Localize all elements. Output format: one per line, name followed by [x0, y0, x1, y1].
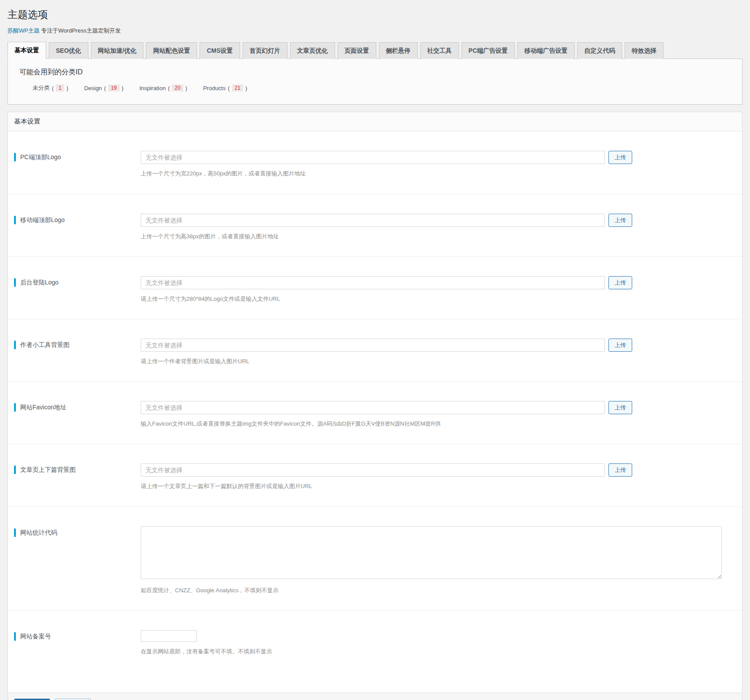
stats-code-textarea[interactable]	[141, 526, 722, 579]
upload-button[interactable]: 上传	[608, 214, 632, 227]
tab-pc-ads[interactable]: PC端广告设置	[462, 42, 515, 59]
field-hint: 上传一个尺寸为高38px的图片，或者直接输入图片地址	[141, 233, 736, 241]
paren: (	[104, 85, 106, 91]
upload-button[interactable]: 上传	[608, 151, 632, 164]
field-label: 后台登陆Logo	[14, 278, 58, 287]
field-hint: 上传一个尺寸为宽220px，高50px的图片，或者直接输入图片地址	[141, 170, 736, 178]
tab-basic-settings[interactable]: 基本设置	[7, 42, 46, 59]
category-item-design: Design ( 19 )	[84, 84, 124, 91]
row-stats-code: 网站统计代码 如百度统计、CNZZ、Google Analytics，不填则不显…	[8, 507, 742, 611]
field-hint: 输入Favicon文件URL,或者直接替换主题img文件夹中的Favicon文件…	[141, 420, 736, 428]
tab-color-scheme[interactable]: 网站配色设置	[146, 42, 197, 59]
paren: (	[52, 85, 54, 91]
panel-footer: 保存设置 恢复默认	[8, 693, 742, 700]
admin-login-logo-input[interactable]	[141, 276, 605, 289]
field-label: PC端顶部Logo	[14, 153, 61, 161]
paren: )	[122, 85, 124, 91]
tab-sidebar-hover[interactable]: 侧栏悬停	[379, 42, 418, 59]
category-name: Design	[84, 85, 102, 91]
paren: (	[168, 85, 170, 91]
page-title: 主题选项	[7, 4, 743, 23]
row-post-nav-bg: 文章页上下篇背景图 上传 请上传一个文章页上一篇和下一篇默认的背景图片或是输入图…	[8, 444, 742, 507]
field-hint: 请上传一个尺寸为280*84的Logo文件或是输入文件URL	[141, 295, 736, 303]
tab-bar: 基本设置 SEO优化 网站加速/优化 网站配色设置 CMS设置 首页幻灯片 文章…	[7, 42, 743, 59]
theme-author-link[interactable]: 苏醒WP主题	[7, 27, 40, 34]
author-widget-bg-input[interactable]	[141, 339, 605, 352]
tab-social-tools[interactable]: 社交工具	[420, 42, 459, 59]
panel-title: 基本设置	[8, 112, 742, 131]
paren: )	[245, 85, 247, 91]
icp-number-input[interactable]	[141, 630, 197, 642]
panel-body: PC端顶部Logo 上传 上传一个尺寸为宽220px，高50px的图片，或者直接…	[8, 131, 742, 693]
field-label: 网站Favicon地址	[14, 403, 66, 412]
category-name: 未分类	[33, 84, 50, 92]
category-count: 19	[108, 84, 119, 91]
category-list: 未分类 ( 1 ) Design ( 19 ) Inspiration ( 20…	[19, 84, 731, 92]
category-item-products: Products ( 21 )	[203, 84, 247, 91]
upload-button[interactable]: 上传	[608, 463, 632, 477]
row-favicon: 网站Favicon地址 上传 输入Favicon文件URL,或者直接替换主题im…	[8, 382, 742, 444]
category-item-uncategorized: 未分类 ( 1 )	[33, 84, 68, 92]
category-id-panel: 可能会用到的分类ID 未分类 ( 1 ) Design ( 19 ) Inspi…	[7, 59, 743, 105]
page-wrap: 主题选项 苏醒WP主题 专注于WordPress主题定制开发 基本设置 SEO优…	[0, 0, 750, 700]
category-count: 21	[232, 84, 243, 91]
upload-button[interactable]: 上传	[608, 401, 632, 414]
field-hint: 如百度统计、CNZZ、Google Analytics，不填则不显示	[141, 587, 736, 594]
basic-settings-panel: 基本设置 PC端顶部Logo 上传 上传一个尺寸为宽220px，高50px的图片…	[7, 112, 743, 700]
category-count: 1	[56, 84, 64, 91]
subtitle: 苏醒WP主题 专注于WordPress主题定制开发	[7, 27, 743, 35]
post-nav-bg-input[interactable]	[141, 463, 605, 477]
field-label: 移动端顶部Logo	[14, 216, 65, 224]
upload-button[interactable]: 上传	[608, 339, 632, 352]
category-name: Inspiration	[139, 85, 166, 91]
tab-custom-code[interactable]: 自定义代码	[577, 42, 622, 59]
paren: )	[66, 85, 68, 91]
paren: )	[186, 85, 187, 91]
field-label: 网站统计代码	[14, 529, 57, 537]
field-label: 网站备案号	[14, 632, 51, 641]
tab-effects[interactable]: 特效选择	[625, 42, 663, 59]
category-count: 20	[172, 84, 183, 91]
tab-article-page[interactable]: 文章页优化	[290, 42, 335, 59]
tab-mobile-ads[interactable]: 移动端广告设置	[517, 42, 575, 59]
field-hint: 在显示网站底部，没有备案号可不填。不填则不显示	[141, 648, 736, 656]
paren: (	[228, 85, 229, 91]
row-pc-logo: PC端顶部Logo 上传 上传一个尺寸为宽220px，高50px的图片，或者直接…	[8, 131, 742, 194]
field-label: 文章页上下篇背景图	[14, 466, 76, 474]
tab-seo[interactable]: SEO优化	[49, 42, 88, 59]
tab-page-settings[interactable]: 页面设置	[338, 42, 376, 59]
row-icp-number: 网站备案号 在显示网站底部，没有备案号可不填。不填则不显示	[8, 611, 742, 693]
tab-home-slider[interactable]: 首页幻灯片	[243, 42, 288, 59]
upload-button[interactable]: 上传	[608, 276, 632, 289]
category-name: Products	[203, 85, 226, 91]
favicon-url-input[interactable]	[141, 401, 605, 414]
tab-cms[interactable]: CMS设置	[200, 42, 240, 59]
field-hint: 请上传一个文章页上一篇和下一篇默认的背景图片或是输入图片URL	[141, 482, 736, 490]
row-author-widget-bg: 作者小工具背景图 上传 请上传一个作者背景图片或是输入图片URL	[8, 319, 742, 382]
row-mobile-logo: 移动端顶部Logo 上传 上传一个尺寸为高38px的图片，或者直接输入图片地址	[8, 194, 742, 257]
subtitle-text: 专注于WordPress主题定制开发	[41, 27, 121, 34]
field-hint: 请上传一个作者背景图片或是输入图片URL	[141, 357, 736, 365]
tab-speed-optimize[interactable]: 网站加速/优化	[91, 42, 144, 59]
row-admin-login-logo: 后台登陆Logo 上传 请上传一个尺寸为280*84的Logo文件或是输入文件U…	[8, 257, 742, 319]
category-panel-title: 可能会用到的分类ID	[19, 68, 731, 77]
category-item-inspiration: Inspiration ( 20 )	[139, 84, 187, 91]
pc-logo-input[interactable]	[141, 151, 605, 164]
mobile-logo-input[interactable]	[141, 214, 605, 227]
field-label: 作者小工具背景图	[14, 341, 69, 349]
